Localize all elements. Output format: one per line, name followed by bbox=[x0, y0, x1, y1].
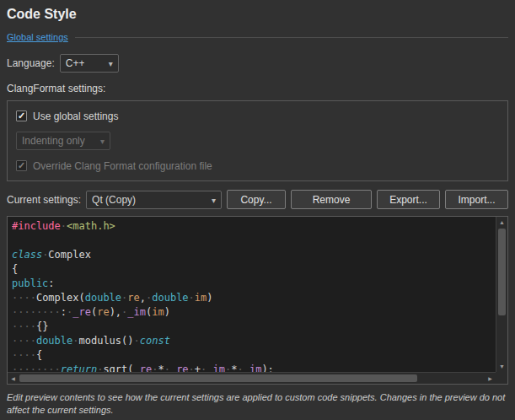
code-line[interactable]: ····{ bbox=[12, 348, 494, 363]
code-line[interactable]: ········return·sqrt(_re·*·_re·+·_im·*·_i… bbox=[12, 363, 494, 372]
scroll-left-icon[interactable] bbox=[8, 373, 19, 384]
checkbox-checked-icon[interactable] bbox=[16, 110, 27, 121]
chevron-down-icon bbox=[100, 135, 105, 147]
chevron-down-icon bbox=[212, 194, 216, 206]
scroll-down-icon[interactable] bbox=[496, 361, 507, 372]
language-label: Language: bbox=[7, 57, 55, 69]
code-line[interactable]: { bbox=[12, 262, 494, 277]
import-button[interactable]: Import... bbox=[445, 190, 508, 209]
code-lines[interactable]: #include·<math.h> class·Complex{public:·… bbox=[12, 219, 494, 372]
override-clang-format-label: Override Clang Format configuration file bbox=[33, 160, 212, 172]
export-button[interactable]: Export... bbox=[377, 190, 440, 209]
use-global-settings-label: Use global settings bbox=[33, 110, 118, 122]
current-settings-label: Current settings: bbox=[7, 194, 81, 206]
vertical-scrollbar[interactable] bbox=[496, 217, 507, 372]
remove-button[interactable]: Remove bbox=[291, 190, 372, 209]
clangformat-mode-select-value: Indenting only bbox=[22, 135, 85, 147]
scroll-up-icon[interactable] bbox=[496, 217, 507, 228]
clangformat-mode-select: Indenting only bbox=[16, 132, 110, 150]
code-line[interactable]: ····double·modulus()·const bbox=[12, 334, 494, 348]
scrollbar-corner bbox=[496, 372, 507, 384]
horizontal-scrollbar-thumb[interactable] bbox=[19, 374, 417, 382]
current-settings-row: Current settings: Qt (Copy) Copy... Remo… bbox=[7, 190, 508, 209]
language-select[interactable]: C++ bbox=[60, 54, 119, 73]
global-settings-row: Global settings bbox=[7, 30, 508, 44]
code-line[interactable]: ········:·_re(re),·_im(im) bbox=[12, 305, 494, 320]
language-row: Language: C++ bbox=[7, 54, 508, 73]
code-line[interactable]: ····{} bbox=[12, 320, 494, 334]
clangformat-groupbox: Use global settings Indenting only Overr… bbox=[7, 100, 508, 181]
override-clang-format-checkbox: Override Clang Format configuration file bbox=[16, 159, 499, 172]
code-line[interactable]: class·Complex bbox=[12, 248, 494, 262]
code-preview-editor[interactable]: #include·<math.h> class·Complex{public:·… bbox=[7, 216, 508, 385]
language-select-value: C++ bbox=[66, 57, 85, 69]
code-line[interactable]: ····Complex(double·re,·double·im) bbox=[12, 291, 494, 305]
global-settings-link[interactable]: Global settings bbox=[7, 32, 68, 42]
code-style-settings-page: Code Style Global settings Language: C++… bbox=[7, 7, 508, 417]
horizontal-scrollbar[interactable] bbox=[8, 372, 496, 384]
use-global-settings-checkbox[interactable]: Use global settings bbox=[16, 110, 499, 122]
chevron-down-icon bbox=[109, 57, 113, 69]
copy-button[interactable]: Copy... bbox=[227, 190, 286, 209]
code-line[interactable]: #include·<math.h> bbox=[12, 219, 494, 234]
checkbox-checked-icon bbox=[16, 160, 27, 171]
code-line[interactable] bbox=[12, 234, 494, 248]
current-settings-select[interactable]: Qt (Copy) bbox=[86, 191, 222, 209]
current-settings-select-value: Qt (Copy) bbox=[92, 194, 136, 206]
code-line[interactable]: public: bbox=[12, 277, 494, 291]
page-title: Code Style bbox=[7, 7, 508, 22]
clangformat-settings-label: ClangFormat settings: bbox=[7, 83, 508, 95]
scroll-right-icon[interactable] bbox=[485, 373, 496, 384]
footer-note: Edit preview contents to see how the cur… bbox=[7, 391, 508, 417]
vertical-scrollbar-thumb[interactable] bbox=[498, 229, 506, 315]
header-separator-line bbox=[75, 37, 508, 38]
